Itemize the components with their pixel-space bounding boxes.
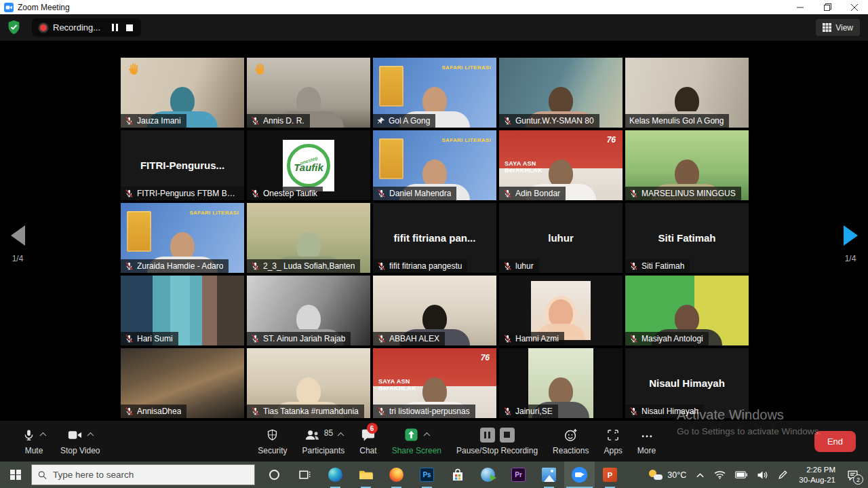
mute-options-chevron[interactable] bbox=[40, 432, 47, 439]
wifi-icon bbox=[714, 470, 726, 479]
nameplate: Jauza Imani bbox=[121, 114, 186, 128]
participant-tile[interactable]: Nisaul HimayahNisaul Himayah bbox=[625, 348, 749, 418]
apps-button[interactable]: Apps bbox=[596, 421, 629, 462]
pen-icon bbox=[778, 470, 788, 480]
nameplate: luhur bbox=[499, 259, 539, 273]
participant-tile[interactable]: fifit fitriana pan...fifit fitriana pang… bbox=[373, 203, 496, 273]
chat-button[interactable]: 6 Chat bbox=[352, 421, 384, 462]
participants-options-chevron[interactable] bbox=[338, 432, 344, 439]
participant-tile[interactable]: SAYA ASN BerAKHLAK76Adin Bondar bbox=[499, 130, 623, 200]
pause-stop-recording-button[interactable]: Pause/Stop Recording bbox=[449, 421, 545, 462]
task-view-taskbar-button[interactable] bbox=[290, 462, 320, 488]
format-factory-taskbar-button[interactable] bbox=[473, 462, 503, 488]
participant-tile[interactable]: Tias Tatanka #rumahdunia bbox=[247, 348, 370, 418]
more-dots-icon bbox=[640, 428, 654, 442]
view-button[interactable]: View bbox=[816, 19, 860, 36]
nameplate: Kelas Menulis Gol A Gong bbox=[625, 114, 729, 128]
participant-tile[interactable]: Jauza Imani bbox=[121, 58, 244, 128]
display-name: luhur bbox=[542, 232, 579, 244]
more-button[interactable]: More bbox=[630, 421, 663, 462]
nameplate: MARSELINUS MINGGUS bbox=[625, 187, 741, 200]
wifi-indicator[interactable] bbox=[709, 462, 730, 488]
windows-logo-icon bbox=[10, 470, 21, 481]
participant-tile[interactable]: MARSELINUS MINGGUS bbox=[625, 130, 749, 200]
action-center-button[interactable]: 2 bbox=[842, 462, 868, 488]
store-taskbar-button[interactable] bbox=[442, 462, 473, 488]
participant-name: FITRI-Pengurus FTBM Banten bbox=[137, 189, 239, 198]
volume-indicator[interactable] bbox=[752, 462, 773, 488]
encryption-shield-icon[interactable] bbox=[7, 20, 21, 35]
weather-icon bbox=[649, 470, 663, 480]
recording-stop-button[interactable] bbox=[126, 24, 133, 31]
edge-taskbar-button[interactable] bbox=[320, 462, 351, 488]
zoom-taskbar-button[interactable] bbox=[564, 462, 595, 488]
participant-tile[interactable]: FITRI-Pengurus...FITRI-Pengurus FTBM Ban… bbox=[121, 130, 244, 200]
cortana-icon bbox=[269, 470, 279, 480]
participant-tile[interactable]: AnnisaDhea bbox=[121, 348, 244, 418]
participant-tile[interactable]: Hamni Azmi bbox=[499, 276, 623, 345]
participant-tile[interactable]: Kelas Menulis Gol A Gong bbox=[625, 58, 749, 128]
meeting-toolbar: Mute Stop Video Security 85 Participants… bbox=[0, 421, 868, 462]
nameplate: Zuraida Hamdie - Adaro bbox=[121, 259, 229, 273]
app-logo-text: Ps bbox=[422, 471, 431, 478]
participant-tile[interactable]: Jainuri,SE bbox=[499, 348, 623, 418]
zoom-taskbar-icon bbox=[572, 467, 587, 483]
participant-tile[interactable]: SAYA ASN BerAKHLAK76tri listiowati-perpu… bbox=[373, 348, 496, 418]
reactions-button[interactable]: Reactions bbox=[545, 421, 596, 462]
participant-tile[interactable]: SAFARI LITERASIDaniel Mahendra bbox=[373, 130, 496, 200]
weather-widget[interactable]: 30°C bbox=[644, 462, 691, 488]
gallery-next-button[interactable]: 1/4 bbox=[835, 225, 865, 263]
taskbar-clock[interactable]: 2:26 PM 30-Aug-21 bbox=[793, 462, 842, 488]
raised-hand-icon bbox=[252, 62, 267, 77]
speaker-icon bbox=[757, 470, 768, 480]
tray-overflow-chevron[interactable] bbox=[691, 462, 709, 488]
file-explorer-taskbar-button[interactable] bbox=[351, 462, 381, 488]
close-button[interactable] bbox=[841, 0, 868, 14]
share-screen-button[interactable]: Share Screen bbox=[384, 421, 449, 462]
participant-tile[interactable]: SAFARI LITERASIGol A Gong bbox=[373, 58, 496, 128]
nameplate: 2_3_ Luda Sofiah,Banten bbox=[247, 259, 360, 273]
premiere-taskbar-button[interactable]: Pr bbox=[503, 462, 534, 488]
nameplate: Guntur.W.Y-SMAN 80 bbox=[499, 114, 599, 128]
end-meeting-button[interactable]: End bbox=[814, 431, 856, 452]
mute-button[interactable]: Mute bbox=[15, 421, 53, 462]
share-options-chevron[interactable] bbox=[424, 432, 431, 439]
video-options-chevron[interactable] bbox=[87, 432, 94, 439]
battery-icon bbox=[735, 471, 747, 478]
participant-tile[interactable]: luhurluhur bbox=[499, 203, 623, 273]
participant-tile[interactable]: 2_3_ Luda Sofiah,Banten bbox=[247, 203, 370, 273]
display-name: fifit fitriana pan... bbox=[389, 232, 481, 244]
firefox-taskbar-button[interactable] bbox=[381, 462, 412, 488]
participant-tile[interactable]: ST. Ainun Jariah Rajab bbox=[247, 276, 370, 345]
security-button[interactable]: Security bbox=[250, 421, 294, 462]
start-button[interactable] bbox=[0, 462, 31, 488]
gallery-prev-button[interactable]: 1/4 bbox=[3, 225, 33, 263]
participant-tile[interactable]: Masiyah Antologi bbox=[625, 276, 749, 345]
stop-recording-icon[interactable] bbox=[500, 428, 515, 443]
pen-settings[interactable] bbox=[773, 462, 793, 488]
taskbar-search[interactable] bbox=[31, 464, 255, 485]
participant-tile[interactable]: Guntur.W.Y-SMAN 80 bbox=[499, 58, 623, 128]
participant-tile[interactable]: ABBAH ALEX bbox=[373, 276, 496, 345]
minimize-button[interactable] bbox=[787, 0, 814, 14]
participant-tile[interactable]: Hari Sumi bbox=[121, 276, 244, 345]
powerpoint-taskbar-button[interactable]: P bbox=[595, 462, 625, 488]
mic-muted-icon bbox=[377, 407, 386, 416]
participant-tile[interactable]: onestepTaufikOnestep Taufik bbox=[247, 130, 370, 200]
pause-recording-icon[interactable] bbox=[480, 428, 495, 443]
participants-button[interactable]: 85 Participants bbox=[295, 421, 353, 462]
mic-muted-icon bbox=[629, 189, 638, 198]
recording-pause-button[interactable] bbox=[112, 24, 118, 31]
participant-tile[interactable]: Annis D. R. bbox=[247, 58, 370, 128]
participant-tile[interactable]: Siti FatimahSiti Fatimah bbox=[625, 203, 749, 273]
cortana-taskbar-button[interactable] bbox=[259, 462, 290, 488]
restore-button[interactable] bbox=[814, 0, 841, 14]
raised-hand-icon bbox=[126, 62, 141, 77]
taskbar-search-input[interactable] bbox=[53, 470, 248, 480]
photoshop-taskbar-button[interactable]: Ps bbox=[412, 462, 442, 488]
stop-video-button[interactable]: Stop Video bbox=[53, 421, 108, 462]
battery-indicator[interactable] bbox=[730, 462, 752, 488]
task-view-icon bbox=[298, 468, 311, 481]
participant-tile[interactable]: SAFARI LITERASIZuraida Hamdie - Adaro bbox=[121, 203, 244, 273]
photos-taskbar-button[interactable] bbox=[534, 462, 564, 488]
